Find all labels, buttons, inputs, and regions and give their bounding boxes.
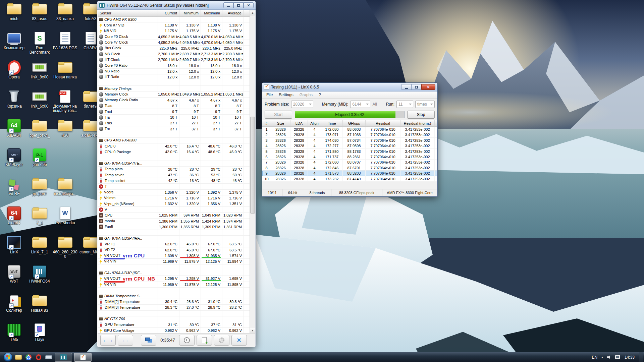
sensor-row[interactable]: Trcd 9 T 9 T 9 T 9 T xyxy=(98,109,255,115)
sensor-row[interactable]: VR VIN 11.969 V 11.875 V 12.125 V 11.895… xyxy=(98,282,255,288)
column-header-sensor[interactable]: Sensor xyxy=(98,10,158,16)
hwinfo-titlebar[interactable]: HWiNFO64 v5.12-2740 Sensor Status [99 va… xyxy=(97,1,256,10)
sensor-row[interactable]: NB Clock 2,700.1 MHz 2,699.7 MHz 2,713.3… xyxy=(98,51,255,57)
minimize-button[interactable] xyxy=(223,2,233,8)
desktop-icon[interactable]: Новая папка xyxy=(52,61,78,79)
sensor-row[interactable]: Core #7 Clock 4,050.2 MHz 4,049.5 MHz 4,… xyxy=(98,40,255,46)
sensor-row[interactable]: Memory Timings xyxy=(98,86,255,92)
desktop-icon[interactable]: 430 xyxy=(52,119,78,138)
desktop-icon[interactable]: AIDA64 xyxy=(1,119,27,138)
volume-icon[interactable] xyxy=(607,355,612,359)
sensor-row[interactable]: Trc 37 T 37 T 37 T 37 T xyxy=(98,126,255,132)
sensor-row[interactable]: Memory Clock 1,050.0 MHz 1,049.9 MHz 1,0… xyxy=(98,92,255,97)
result-row[interactable]: 5 28326 28328 4 171.850 88.1783 7.707064… xyxy=(262,149,437,154)
taskbar-item-chrome[interactable] xyxy=(24,353,33,361)
desktop-icon[interactable]: bpet_откл_ xyxy=(27,119,52,138)
desktop-icon[interactable]: HWiNFO64 xyxy=(27,265,52,284)
desktop-icon[interactable]: Компьютер xyxy=(1,32,27,50)
sensor-row[interactable]: VR T1 62.0 °C 45.0 °C 67.0 °C 63.5 °C xyxy=(98,241,255,247)
start-button[interactable]: Start xyxy=(265,111,292,119)
desktop-icon[interactable]: WoT xyxy=(1,265,27,284)
desktop-icon[interactable]: PC_sborka xyxy=(52,206,78,225)
taskbar-item-keyboard[interactable] xyxy=(45,353,53,361)
sensor-row[interactable]: DIMM Temperature S... xyxy=(98,293,255,299)
sensor-row[interactable]: Tcas 8 T 8 T 8 T 8 T xyxy=(98,103,255,109)
menu-item[interactable]: Settings xyxy=(276,92,296,98)
desktop-icon[interactable]: Vit RF xyxy=(1,177,27,196)
column-header-minimum[interactable]: Minimum xyxy=(179,10,201,16)
swap-columns-button[interactable]: ←→ xyxy=(100,335,116,346)
sensor-row[interactable]: NB VID 1.175 V 1.175 V 1.175 V 1.175 V xyxy=(98,28,255,34)
show-desktop-button[interactable] xyxy=(639,352,643,362)
hidden-icons-arrow-icon[interactable]: ▲ xyxy=(601,356,604,359)
sensor-row[interactable]: T - - - - xyxy=(98,184,255,189)
sensor-row[interactable]: VR VOUTvrm CPU_NB 1.295 V 1.295 V 31.927… xyxy=(98,276,255,282)
desktop-icon[interactable]: LinX_7_1 xyxy=(27,236,52,254)
sensor-row[interactable]: Core #0 Clock 4,050.2 MHz 4,049.5 MHz 4,… xyxy=(98,34,255,40)
result-row[interactable]: 6 28326 28328 4 171.737 88.2361 7.707064… xyxy=(262,154,437,160)
desktop-icon[interactable]: KMPlayer xyxy=(1,148,27,167)
maximize-button[interactable] xyxy=(233,2,244,8)
result-row[interactable]: 2 28326 28328 4 173.971 87.1033 7.707064… xyxy=(262,132,437,137)
sensor-row[interactable]: GPU Temperature 31 °C 30 °C 37 °C 31 °C xyxy=(98,322,255,328)
column-header-maximum[interactable]: Maximum xyxy=(201,10,222,16)
desktop-icon[interactable]: Паук xyxy=(27,323,52,342)
sensor-row[interactable]: DIMM[2] Temperature 30.4 °C 28.6 °C 31.0… xyxy=(98,299,255,305)
sensor-row[interactable]: Vdimm 1.716 V 1.716 V 1.716 V 1.716 V xyxy=(98,195,255,201)
desktop-icon[interactable]: LinX xyxy=(1,236,27,254)
result-row[interactable]: 3 28326 28328 4 174.030 87.0734 7.707064… xyxy=(262,138,437,143)
sensor-row[interactable]: CPU AMD FX-8300 xyxy=(98,138,255,143)
result-row[interactable]: 4 28326 28328 4 172.277 87.9598 7.707064… xyxy=(262,143,437,148)
taskbar-button-linx[interactable] xyxy=(74,353,92,362)
sensor-row[interactable]: Vcpu_nb (NBcore) 1.332 V 1.320 V 1.356 V… xyxy=(98,201,255,207)
taskbar-item-opera[interactable] xyxy=(35,353,43,361)
sensor-row[interactable]: CPU AMD FX-8300 xyxy=(98,17,255,22)
desktop-icon[interactable]: Корзина xyxy=(1,90,27,109)
sensor-row[interactable]: VR T2 62.0 °C 45.0 °C 67.0 °C 63.5 °C xyxy=(98,247,255,253)
desktop-icon[interactable]: mich xyxy=(1,2,27,21)
sensor-row[interactable]: Bus Clock 225.0 MHz 225.0 MHz 226.1 MHz … xyxy=(98,46,255,51)
sensor-row[interactable] xyxy=(98,132,255,138)
start-button[interactable] xyxy=(3,353,12,362)
sensor-row[interactable]: GA- 970A-UD3P (ITE... xyxy=(98,161,255,167)
column-header-average[interactable]: Average xyxy=(222,10,244,16)
report-button[interactable] xyxy=(197,335,212,346)
result-row[interactable]: 10 28326 28328 4 173.232 87.4749 7.70706… xyxy=(262,176,437,182)
result-row[interactable]: 9 28326 28328 4 171.573 88.3203 7.707064… xyxy=(262,171,437,176)
sensor-row[interactable] xyxy=(98,155,255,161)
sensor-row[interactable]: Temp sever 47 °C 36 °C 53 °C 50 °C xyxy=(98,172,255,178)
desktop-icon[interactable]: 460_260_2300 xyxy=(52,236,78,259)
scroll-down-arrow-icon[interactable]: ▼ xyxy=(250,328,255,333)
close-sensors-button[interactable]: × xyxy=(231,335,247,346)
linx-titlebar[interactable]: Testing (10/11) - LinX 0.6.5 × xyxy=(262,83,437,92)
desktop-icon[interactable]: Документ на выдачу тов... xyxy=(52,90,78,113)
sensor-row[interactable]: VR VIN 11.969 V 11.875 V 12.125 V 11.894… xyxy=(98,259,255,264)
sensor-row[interactable] xyxy=(98,264,255,270)
sensor-row[interactable] xyxy=(98,230,255,236)
sensor-row[interactable] xyxy=(98,288,255,293)
desktop-icon[interactable]: TM5 xyxy=(1,323,27,342)
desktop-icon[interactable]: FA 1636 PGS xyxy=(52,32,78,50)
sensor-row[interactable]: Memory Clock Ratio 4.67 x 4.67 x 4.67 x … xyxy=(98,98,255,103)
desktop-icon[interactable]: prime95 xyxy=(27,148,52,167)
run-units-select[interactable]: times xyxy=(415,101,435,108)
clock-button[interactable] xyxy=(179,335,195,346)
sensor-row[interactable]: Core #7 VID 1.138 V 1.138 V 1.138 V 1.13… xyxy=(98,22,255,28)
desktop-icon[interactable]: linX_8x00 xyxy=(27,61,52,79)
collapse-columns-button[interactable]: →← xyxy=(118,335,133,346)
close-button[interactable]: × xyxy=(244,2,254,8)
tray-clock[interactable]: 14:33 xyxy=(624,355,636,360)
sensor-row[interactable]: Trp 10 T 10 T 10 T 10 T xyxy=(98,115,255,120)
sensor-row[interactable]: Fan5 1,366 RPM 1,355 RPM 1,369 RPM 1,361… xyxy=(98,224,255,230)
taskbar-button-hwinfo[interactable] xyxy=(55,353,72,362)
sensor-row[interactable]: GA- 970A-UD3P (IRF... xyxy=(98,270,255,276)
sensor-row[interactable] xyxy=(98,311,255,316)
sensor-row[interactable]: CPU 0 42.0 °C 16.4 °C 48.6 °C 46.0 °C xyxy=(98,143,255,149)
sensor-row[interactable]: DIMM[3] Temperature 28.3 °C 27.0 °C 28.9… xyxy=(98,305,255,310)
result-row[interactable]: 8 28326 28328 4 172.846 87.6701 7.707064… xyxy=(262,165,437,171)
sensor-row[interactable] xyxy=(98,80,255,86)
settings-button[interactable] xyxy=(214,335,229,346)
desktop-icon[interactable]: Солитер xyxy=(1,294,27,313)
desktop-icon[interactable]: instrukciya... xyxy=(52,177,78,196)
sensor-row[interactable]: CPU 1,025 RPM 594 RPM 1,049 RPM 1,020 RP… xyxy=(98,213,255,218)
